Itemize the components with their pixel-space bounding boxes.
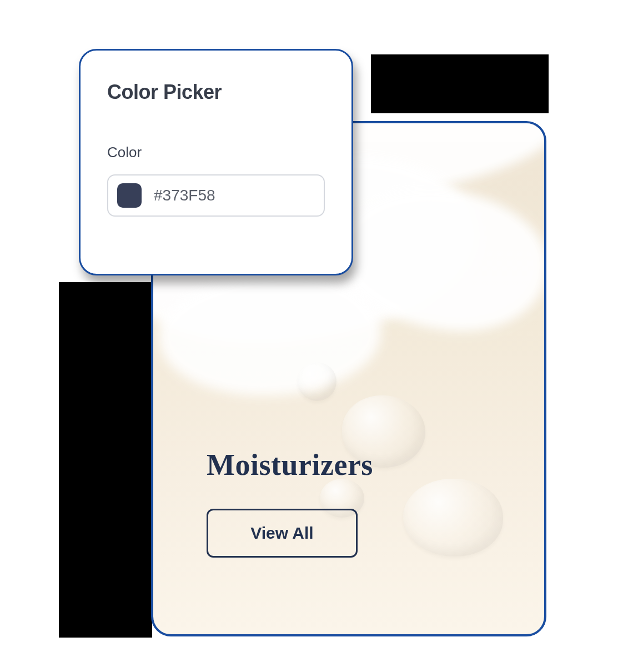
color-field-label: Color	[107, 144, 325, 161]
droplet-decoration	[298, 362, 336, 401]
color-picker-title: Color Picker	[107, 81, 325, 104]
product-card-title: Moisturizers	[207, 448, 373, 482]
color-picker-panel: Color Picker Color	[79, 49, 353, 275]
color-swatch[interactable]	[117, 183, 142, 208]
decoration-black-top	[371, 54, 549, 113]
color-input-field[interactable]	[107, 174, 325, 217]
decoration-black-left	[59, 282, 152, 638]
droplet-decoration	[403, 479, 503, 556]
view-all-button[interactable]: View All	[207, 509, 358, 558]
color-hex-input[interactable]	[154, 187, 315, 204]
view-all-button-label: View All	[250, 524, 313, 543]
